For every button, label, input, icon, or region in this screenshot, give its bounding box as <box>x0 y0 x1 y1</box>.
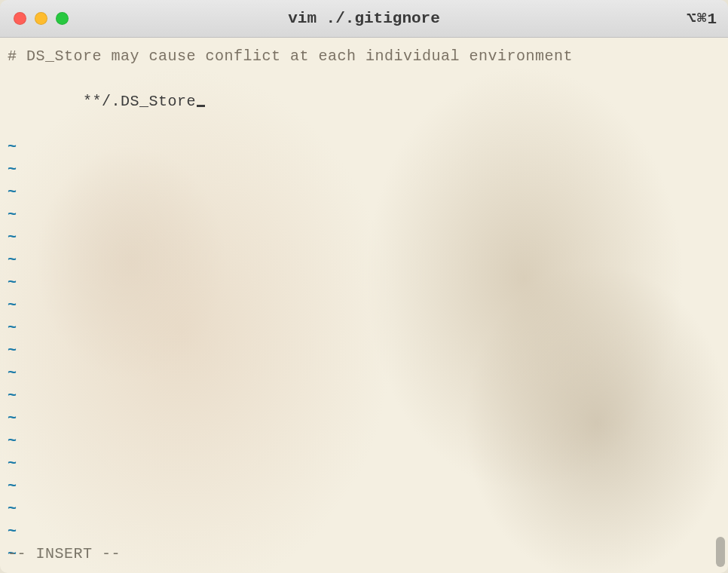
cursor <box>197 105 205 107</box>
empty-line-tilde: ~ <box>8 317 720 339</box>
empty-line-tilde: ~ <box>8 520 720 543</box>
empty-line-tilde: ~ <box>8 475 720 498</box>
empty-line-tilde: ~ <box>8 407 720 430</box>
traffic-lights <box>0 12 69 25</box>
empty-line-tilde: ~ <box>8 226 720 249</box>
empty-line-tilde: ~ <box>8 565 720 573</box>
scrollbar-thumb[interactable] <box>716 537 725 567</box>
status-mode: -- INSERT -- <box>8 543 121 565</box>
empty-line-tilde: ~ <box>8 294 720 317</box>
empty-line-tilde: ~ <box>8 452 720 475</box>
empty-line-tilde: ~ <box>8 430 720 452</box>
titlebar[interactable]: vim ./.gitignore ⌥⌘1 <box>0 0 728 38</box>
terminal-window: vim ./.gitignore ⌥⌘1 # DS_Store may caus… <box>0 0 728 573</box>
empty-line-tilde: ~ <box>8 498 720 520</box>
editor-line[interactable]: **/.DS_Store <box>8 68 720 136</box>
close-button[interactable] <box>14 12 26 25</box>
empty-line-tilde: ~ <box>8 136 720 158</box>
empty-line-tilde: ~ <box>8 181 720 204</box>
editor-content[interactable]: # DS_Store may cause conflict at each in… <box>8 45 720 573</box>
window-title: vim ./.gitignore <box>288 10 440 27</box>
empty-line-tilde: ~ <box>8 249 720 271</box>
keyboard-shortcut: ⌥⌘1 <box>687 9 717 28</box>
editor-text: **/.DS_Store <box>83 93 196 110</box>
empty-line-tilde: ~ <box>8 339 720 362</box>
editor-area[interactable]: # DS_Store may cause conflict at each in… <box>0 38 728 573</box>
empty-line-tilde: ~ <box>8 271 720 294</box>
empty-line-tilde: ~ <box>8 204 720 226</box>
empty-line-tilde: ~ <box>8 362 720 385</box>
minimize-button[interactable] <box>35 12 47 25</box>
maximize-button[interactable] <box>56 12 69 25</box>
empty-line-tilde: ~ <box>8 385 720 407</box>
empty-line-tilde: ~ <box>8 158 720 181</box>
editor-line[interactable]: # DS_Store may cause conflict at each in… <box>8 45 720 68</box>
